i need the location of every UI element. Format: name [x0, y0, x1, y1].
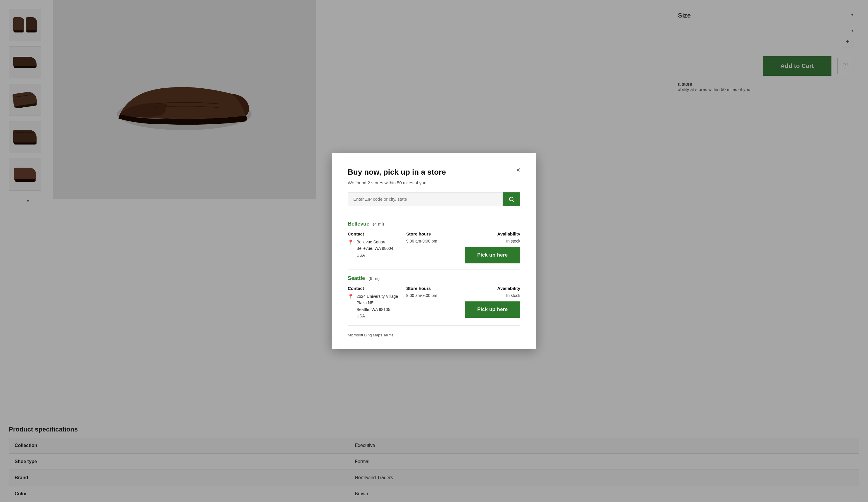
- bing-maps-link[interactable]: Microsoft Bing Maps Terms: [348, 333, 394, 337]
- seattle-address: 2624 University VillagePlaza NESeattle, …: [356, 293, 398, 319]
- store-pickup-modal: Buy now, pick up in a store × We found 2…: [332, 153, 536, 349]
- bellevue-availability-col: Availability In stock Pick up here: [465, 232, 520, 263]
- seattle-store-grid: Contact 📍 2624 University VillagePlaza N…: [348, 286, 520, 319]
- zip-search-input[interactable]: [348, 192, 503, 206]
- modal-close-button[interactable]: ×: [516, 166, 520, 173]
- seattle-pickup-button[interactable]: Pick up here: [465, 301, 520, 318]
- store-entry-seattle: Seattle (9 mi) Contact 📍 2624 University…: [348, 275, 520, 319]
- bellevue-contact-col: Contact 📍 Bellevue SquareBellevue, WA 98…: [348, 232, 403, 258]
- bellevue-hours-col: Store hours 9:00 am-9:00 pm: [406, 232, 462, 243]
- bellevue-avail-status: In stock: [506, 239, 520, 243]
- seattle-hours: 9:00 am-9:00 pm: [406, 293, 462, 298]
- seattle-avail-status: In stock: [506, 293, 520, 298]
- bellevue-pickup-button[interactable]: Pick up here: [465, 247, 520, 263]
- bellevue-distance: (4 mi): [373, 222, 384, 226]
- divider-1: [348, 215, 520, 215]
- bellevue-address: Bellevue SquareBellevue, WA 98004USA: [356, 239, 393, 258]
- seattle-location-pin-icon: 📍: [348, 294, 354, 299]
- divider-2: [348, 269, 520, 269]
- seattle-hours-col: Store hours 9:00 am-9:00 pm: [406, 286, 462, 298]
- bellevue-avail-label: Availability: [497, 232, 520, 236]
- seattle-availability-col: Availability In stock Pick up here: [465, 286, 520, 318]
- bing-maps-terms: Microsoft Bing Maps Terms: [348, 333, 520, 337]
- bellevue-contact-label: Contact: [348, 232, 403, 236]
- seattle-store-name: Seattle: [348, 275, 365, 281]
- modal-subtitle: We found 2 stores within 50 miles of you…: [348, 180, 520, 185]
- seattle-contact-col: Contact 📍 2624 University VillagePlaza N…: [348, 286, 403, 319]
- seattle-contact-label: Contact: [348, 286, 403, 291]
- divider-3: [348, 325, 520, 326]
- seattle-distance: (9 mi): [369, 276, 380, 281]
- bellevue-hours: 9:00 am-9:00 pm: [406, 239, 462, 243]
- svg-point-1: [509, 197, 513, 201]
- bellevue-store-grid: Contact 📍 Bellevue SquareBellevue, WA 98…: [348, 232, 520, 263]
- search-button[interactable]: [503, 192, 520, 206]
- bellevue-address-row: 📍 Bellevue SquareBellevue, WA 98004USA: [348, 239, 403, 258]
- seattle-hours-label: Store hours: [406, 286, 462, 291]
- svg-line-2: [513, 201, 514, 202]
- store-search-row: [348, 192, 520, 206]
- seattle-avail-label: Availability: [497, 286, 520, 291]
- store-entry-bellevue: Bellevue (4 mi) Contact 📍 Bellevue Squar…: [348, 221, 520, 263]
- modal-title: Buy now, pick up in a store: [348, 168, 446, 177]
- bellevue-store-name: Bellevue: [348, 221, 369, 227]
- modal-header: Buy now, pick up in a store ×: [348, 168, 520, 177]
- location-pin-icon: 📍: [348, 239, 354, 245]
- seattle-address-row: 📍 2624 University VillagePlaza NESeattle…: [348, 293, 403, 319]
- bellevue-hours-label: Store hours: [406, 232, 462, 236]
- search-icon: [508, 196, 515, 203]
